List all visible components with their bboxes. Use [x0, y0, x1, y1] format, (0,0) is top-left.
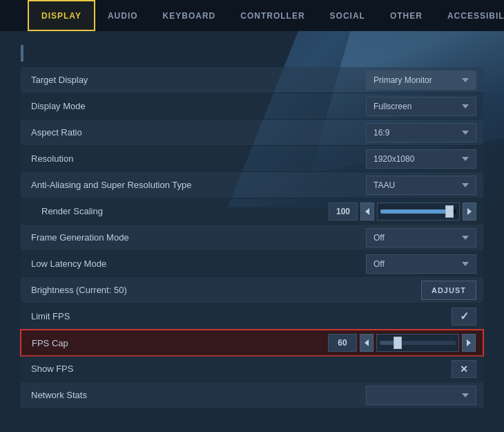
- settings-row-limit-fps: Limit FPS✓: [21, 303, 483, 330]
- row-label-render-scaling: Render Scaling: [21, 206, 329, 216]
- dropdown-value-anti-aliasing: TAAU: [374, 180, 456, 190]
- chevron-down-icon: [462, 78, 469, 82]
- adjust-button-brightness[interactable]: ADJUST: [421, 281, 476, 300]
- dropdown-value-target-display: Primary Monitor: [374, 75, 456, 85]
- row-control-anti-aliasing: TAAU: [366, 176, 483, 195]
- nav-tab-accessibility[interactable]: ACCESSIBILITY: [435, 0, 504, 31]
- nav-tab-audio[interactable]: AUDIO: [95, 0, 151, 31]
- nav-tab-keyboard[interactable]: KEYBOARD: [151, 0, 229, 31]
- settings-row-target-display: Target DisplayPrimary Monitor: [21, 67, 483, 93]
- x-icon: ✕: [460, 364, 468, 375]
- chevron-left-icon: [365, 208, 369, 215]
- slider-left-btn-render-scaling[interactable]: [360, 203, 374, 220]
- row-label-brightness: Brightness (Current: 50): [21, 285, 421, 295]
- settings-container: Target DisplayPrimary MonitorDisplay Mod…: [21, 67, 483, 408]
- row-label-show-fps: Show FPS: [21, 364, 452, 374]
- chevron-right-icon: [467, 208, 472, 215]
- slider-fill-render-scaling: [380, 209, 449, 214]
- settings-row-show-fps: Show FPS✕: [21, 356, 483, 382]
- dropdown-frame-generation[interactable]: Off: [366, 228, 476, 247]
- nav-tab-controller[interactable]: CONTROLLER: [228, 0, 317, 31]
- chevron-right-icon: [467, 339, 471, 346]
- section-header: [21, 45, 483, 62]
- dropdown-anti-aliasing[interactable]: TAAU: [366, 176, 476, 195]
- main-content: Target DisplayPrimary MonitorDisplay Mod…: [0, 31, 504, 422]
- chevron-down-icon: [462, 236, 469, 240]
- nav-tab-other[interactable]: OTHER: [378, 0, 435, 31]
- dropdown-aspect-ratio[interactable]: 16:9: [366, 123, 476, 142]
- row-control-render-scaling: 100: [329, 203, 483, 220]
- nav-bar: DISPLAYAUDIOKEYBOARDCONTROLLERSOCIALOTHE…: [0, 0, 504, 31]
- row-control-display-mode: Fullscreen: [366, 97, 483, 116]
- section-title-bar: [21, 45, 23, 62]
- chevron-down-icon: [462, 131, 469, 135]
- row-control-fps-cap: 60: [328, 334, 483, 352]
- row-label-display-mode: Display Mode: [21, 101, 366, 111]
- slider-value-fps-cap: 60: [328, 334, 357, 352]
- dropdown-value-resolution: 1920x1080: [374, 154, 456, 164]
- dropdown-value-frame-generation: Off: [374, 233, 456, 243]
- slider-track-render-scaling[interactable]: [377, 203, 460, 220]
- slider-left-btn-fps-cap[interactable]: [360, 334, 374, 352]
- chevron-left-icon: [365, 339, 369, 346]
- slider-thumb-fps-cap[interactable]: [394, 337, 402, 349]
- row-label-resolution: Resolution: [21, 153, 366, 164]
- slider-inner-track: [380, 209, 456, 214]
- row-label-frame-generation: Frame Generation Mode: [21, 232, 366, 243]
- settings-row-network-stats: Network Stats: [21, 382, 483, 408]
- slider-track-fps-cap[interactable]: [376, 334, 459, 352]
- row-control-low-latency: Off: [366, 254, 483, 274]
- row-control-show-fps: ✕: [452, 360, 483, 378]
- chevron-down-icon: [462, 262, 469, 266]
- row-control-brightness: ADJUST: [421, 281, 483, 300]
- settings-row-brightness: Brightness (Current: 50)ADJUST: [21, 277, 483, 303]
- nav-tab-display[interactable]: DISPLAY: [28, 0, 95, 31]
- row-control-target-display: Primary Monitor: [366, 71, 483, 90]
- settings-row-anti-aliasing: Anti-Aliasing and Super Resolution TypeT…: [21, 172, 483, 198]
- slider-right-btn-render-scaling[interactable]: [463, 203, 476, 220]
- nav-tab-social[interactable]: SOCIAL: [318, 0, 378, 31]
- row-label-anti-aliasing: Anti-Aliasing and Super Resolution Type: [21, 180, 366, 190]
- checkbox-show-fps[interactable]: ✕: [452, 360, 476, 378]
- settings-row-display-mode: Display ModeFullscreen: [21, 93, 483, 120]
- slider-control-render-scaling: 100: [329, 203, 476, 220]
- slider-control-fps-cap: 60: [328, 334, 476, 352]
- settings-row-resolution: Resolution1920x1080: [21, 146, 483, 172]
- slider-inner-track: [380, 341, 456, 345]
- row-label-network-stats: Network Stats: [21, 390, 366, 400]
- row-control-limit-fps: ✓: [452, 308, 483, 326]
- row-label-aspect-ratio: Aspect Ratio: [21, 127, 366, 138]
- dropdown-value-aspect-ratio: 16:9: [374, 128, 456, 138]
- chevron-down-icon: [462, 157, 469, 161]
- slider-value-render-scaling: 100: [329, 203, 358, 220]
- settings-row-fps-cap: FPS Cap60: [21, 330, 483, 356]
- slider-thumb-render-scaling[interactable]: [445, 205, 454, 218]
- chevron-down-icon: [462, 183, 469, 187]
- nav-tabs: DISPLAYAUDIOKEYBOARDCONTROLLERSOCIALOTHE…: [28, 0, 504, 31]
- settings-row-render-scaling: Render Scaling100: [21, 198, 483, 225]
- row-label-fps-cap: FPS Cap: [21, 338, 328, 348]
- dropdown-resolution[interactable]: 1920x1080: [366, 149, 476, 169]
- row-label-low-latency: Low Latency Mode: [21, 259, 366, 269]
- row-control-frame-generation: Off: [366, 228, 483, 247]
- checkbox-limit-fps[interactable]: ✓: [452, 308, 476, 326]
- slider-right-btn-fps-cap[interactable]: [462, 334, 476, 352]
- dropdown-network-stats[interactable]: [366, 386, 476, 405]
- dropdown-low-latency[interactable]: Off: [366, 254, 476, 274]
- row-control-aspect-ratio: 16:9: [366, 123, 483, 142]
- row-label-target-display: Target Display: [21, 75, 366, 85]
- chevron-down-icon: [462, 393, 469, 397]
- checkmark-icon: ✓: [460, 310, 469, 323]
- slider-fill-fps-cap: [380, 341, 395, 345]
- chevron-down-icon: [462, 104, 469, 109]
- settings-row-aspect-ratio: Aspect Ratio16:9: [21, 120, 483, 146]
- settings-row-low-latency: Low Latency ModeOff: [21, 251, 483, 277]
- dropdown-value-low-latency: Off: [374, 259, 456, 269]
- row-control-resolution: 1920x1080: [366, 149, 483, 169]
- dropdown-target-display[interactable]: Primary Monitor: [366, 71, 476, 90]
- dropdown-value-display-mode: Fullscreen: [374, 102, 456, 111]
- dropdown-display-mode[interactable]: Fullscreen: [366, 97, 476, 116]
- row-label-limit-fps: Limit FPS: [21, 311, 452, 321]
- row-control-network-stats: [366, 386, 483, 405]
- settings-row-frame-generation: Frame Generation ModeOff: [21, 225, 483, 251]
